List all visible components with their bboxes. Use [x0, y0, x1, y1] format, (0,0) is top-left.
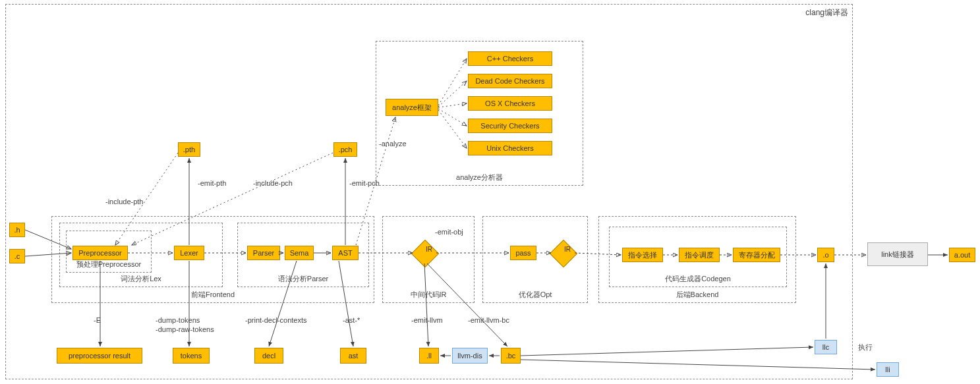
- node-checker-3: Security Checkers: [468, 119, 552, 133]
- codegen-label: 代码生成器Codegen: [610, 274, 786, 284]
- node-checker-1: Dead Code Checkers: [468, 74, 552, 88]
- node-aout: a.out: [949, 248, 975, 262]
- node-ast: AST: [332, 246, 359, 260]
- node-link: link链接器: [867, 242, 928, 266]
- node-llvm-dis: llvm-dis: [452, 348, 488, 364]
- lbl-dump-tokens: -dump-tokens: [156, 316, 200, 324]
- node-decl: decl: [254, 348, 283, 364]
- parser-label: 语法分析Parser: [238, 274, 368, 284]
- diagram-canvas: clang编译器 .h .c 前端Frontend 词法分析Lex 预处理Pre…: [0, 0, 980, 384]
- lbl-analyze: -analyze: [379, 140, 407, 148]
- node-lli: lli: [877, 362, 899, 377]
- lbl-emit-llvm: -emit-llvm: [411, 316, 443, 324]
- lbl-E: -E: [94, 316, 101, 324]
- node-bc: .bc: [501, 348, 521, 364]
- lbl-ast-star: -ast-*: [343, 316, 360, 324]
- node-checker-0: C++ Checkers: [468, 51, 552, 66]
- node-checker-2: OS X Checkers: [468, 96, 552, 111]
- pp-group-label: 预处理Preprocessor: [67, 260, 151, 269]
- node-parser: Parser: [247, 246, 280, 260]
- node-h: .h: [9, 223, 25, 237]
- lex-label: 词法分析Lex: [60, 274, 222, 284]
- node-pch: .pch: [333, 142, 357, 157]
- backend-label: 后端Backend: [599, 290, 795, 300]
- outer-title: clang编译器: [805, 7, 848, 18]
- node-sema: Sema: [285, 246, 314, 260]
- node-isel: 指令选择: [622, 248, 663, 262]
- node-llc: llc: [815, 340, 837, 354]
- lbl-print-decl: -print-decl-contexts: [245, 316, 307, 324]
- lbl-emit-llvm-bc: -emit-llvm-bc: [468, 316, 509, 324]
- node-ast-out: ast: [340, 348, 366, 364]
- node-isched: 指令调度: [679, 248, 720, 262]
- lbl-dump-raw-tokens: -dump-raw-tokens: [156, 325, 214, 333]
- node-analyze-frame: analyze框架: [386, 99, 438, 116]
- node-pass: pass: [510, 246, 536, 260]
- node-lexer: Lexer: [174, 246, 204, 260]
- ir-label: 中间代码IR: [383, 290, 474, 300]
- frontend-label: 前端Frontend: [52, 290, 374, 300]
- lbl-emit-pth: -emit-pth: [198, 179, 226, 187]
- node-regalloc: 寄存器分配: [733, 248, 780, 262]
- opt-label: 优化器Opt: [483, 290, 587, 300]
- lbl-include-pth: -include-pth: [105, 198, 143, 206]
- node-preprocessor: Preprocessor: [72, 246, 128, 260]
- node-ll: .ll: [419, 348, 439, 364]
- node-o: .o: [817, 248, 834, 262]
- node-pp-result: preprocessor result: [57, 348, 142, 364]
- node-tokens: tokens: [173, 348, 210, 364]
- node-pth: .pth: [178, 142, 200, 157]
- lbl-emit-pch: -emit-pch: [349, 179, 380, 187]
- lbl-exec: 执行: [858, 343, 873, 352]
- lbl-include-pch: -include-pch: [253, 179, 293, 187]
- node-checker-4: Unix Checkers: [468, 141, 552, 155]
- analyze-label: analyze分析器: [376, 173, 583, 182]
- lbl-emit-obj: -emit-obj: [435, 228, 463, 236]
- node-c: .c: [9, 249, 25, 263]
